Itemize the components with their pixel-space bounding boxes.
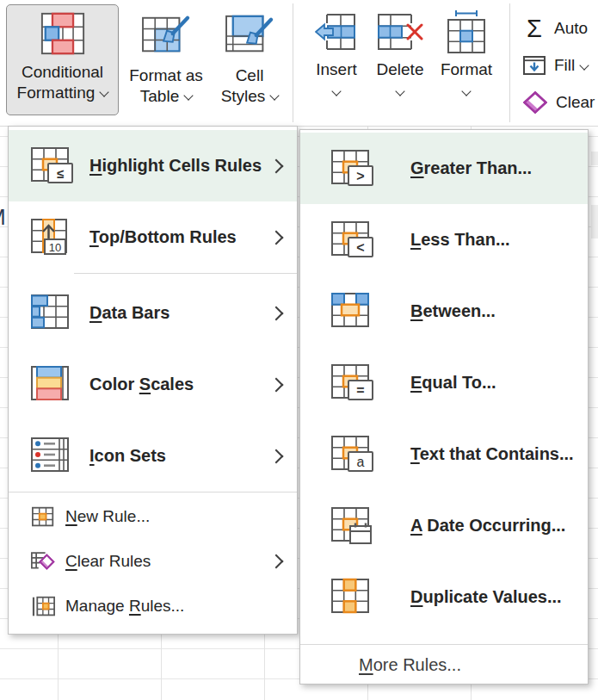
cell-styles-button[interactable]: Cell Styles (212, 5, 287, 115)
menu-item-label: Manage Rules... (65, 597, 184, 616)
menu-item-label: Highlight Cells Rules (89, 156, 262, 176)
menu-item-manage-rules[interactable]: Manage Rules... (9, 584, 297, 629)
fill-down-icon (523, 55, 546, 76)
color-scales-icon (31, 365, 79, 405)
submenu-arrow-icon (269, 306, 284, 320)
greater-than-icon: > (331, 149, 379, 189)
worksheet-shaded-cell (591, 205, 598, 238)
submenu-arrow-icon (269, 377, 284, 392)
sigma-icon: Σ (523, 15, 546, 41)
submenu-item-label: Equal To... (410, 373, 496, 393)
icon-sets-icon (31, 437, 79, 476)
delete-cells-button[interactable]: Delete (370, 6, 430, 120)
insert-cells-button[interactable]: Insert (306, 6, 367, 120)
submenu-arrow-icon (269, 158, 284, 173)
submenu-item-equal-to[interactable]: = Equal To... (300, 347, 588, 418)
highlight-cells-rules-submenu: > Greater Than... < Less Than... (299, 129, 589, 685)
svg-text:>: > (356, 169, 364, 183)
menu-item-label: Data Bars (89, 303, 170, 323)
insert-cells-icon (315, 6, 358, 59)
delete-cells-icon (377, 6, 423, 59)
menu-item-label: Color Scales (89, 375, 194, 394)
clear-button[interactable]: Clear (523, 88, 598, 117)
chevron-down-icon (331, 86, 341, 96)
data-bars-icon (31, 294, 79, 333)
format-as-table-button[interactable]: Format as Table (123, 5, 209, 115)
highlight-cells-rules-icon: ≤ (31, 146, 79, 186)
submenu-item-label: A Date Occurring... (410, 516, 565, 536)
submenu-item-more-rules[interactable]: More Rules... (300, 645, 588, 685)
fill-label: Fill (554, 55, 575, 76)
text-that-contains-icon: a (331, 435, 379, 474)
menu-item-highlight-cells-rules[interactable]: ≤ Highlight Cells Rules (9, 130, 297, 201)
between-icon (331, 292, 379, 331)
conditional-formatting-button[interactable]: Conditional Formatting (6, 4, 119, 115)
menu-separator (9, 492, 297, 492)
menu-item-new-rule[interactable]: New Rule... (9, 494, 297, 539)
menu-item-label: New Rule... (65, 507, 150, 526)
menu-item-data-bars[interactable]: Data Bars (9, 277, 297, 349)
ribbon: Conditional Formatting Format as Table (0, 0, 598, 127)
top-bottom-rules-icon: 10 (31, 218, 79, 257)
submenu-item-label: More Rules... (359, 655, 461, 675)
format-as-table-icon (141, 5, 191, 65)
cell-styles-label: Cell Styles (221, 65, 279, 107)
new-rule-icon (31, 506, 55, 528)
delete-label: Delete (377, 59, 424, 80)
menu-item-top-bottom-rules[interactable]: 10 Top/Bottom Rules (9, 201, 297, 273)
submenu-arrow-icon (269, 554, 284, 569)
conditional-formatting-label: Conditional Formatting (17, 62, 108, 103)
submenu-item-label: Greater Than... (410, 158, 532, 178)
conditional-formatting-icon (35, 5, 90, 62)
ribbon-group-divider (509, 3, 510, 122)
format-cells-button[interactable]: Format (434, 6, 499, 120)
less-than-icon: < (331, 220, 379, 260)
chevron-down-icon (461, 86, 471, 96)
a-date-occurring-icon (331, 506, 379, 546)
menu-item-label: Clear Rules (65, 552, 151, 571)
svg-text:≤: ≤ (57, 166, 64, 181)
chevron-down-icon (580, 60, 589, 70)
menu-separator (74, 273, 297, 274)
menu-item-label: Top/Bottom Rules (89, 227, 237, 247)
submenu-item-duplicate-values[interactable]: Duplicate Values... (300, 561, 588, 633)
chevron-down-icon (270, 90, 280, 100)
clear-rules-icon (31, 551, 55, 573)
format-label: Format (441, 59, 492, 80)
conditional-formatting-menu: ≤ Highlight Cells Rules 10 Top/Bottom Ru… (8, 126, 298, 635)
submenu-arrow-icon (269, 230, 284, 245)
fill-button[interactable]: Fill (523, 51, 598, 80)
submenu-item-label: Duplicate Values... (410, 587, 562, 607)
menu-item-color-scales[interactable]: Color Scales (9, 349, 297, 420)
format-as-table-label: Format as Table (129, 65, 203, 107)
submenu-item-text-that-contains[interactable]: a Text that Contains... (300, 418, 588, 490)
svg-text:<: < (356, 240, 364, 255)
worksheet-shaded-cell (591, 152, 598, 165)
submenu-item-between[interactable]: Between... (300, 276, 588, 347)
menu-item-clear-rules[interactable]: Clear Rules (9, 539, 297, 584)
excel-conditional-formatting-ui: { "ribbon": { "conditional_formatting": … (0, 0, 598, 700)
chevron-down-icon (395, 86, 404, 96)
submenu-item-label: Less Than... (410, 230, 510, 250)
submenu-item-label: Between... (410, 301, 496, 321)
manage-rules-icon (31, 596, 55, 617)
eraser-icon (523, 91, 547, 114)
svg-text:10: 10 (49, 240, 61, 253)
autosum-label: Auto (554, 18, 588, 39)
ribbon-group-divider (293, 3, 293, 122)
svg-text:=: = (356, 382, 364, 397)
autosum-button[interactable]: Σ Auto (523, 14, 598, 43)
worksheet-cell-text-fragment: M (0, 205, 8, 229)
submenu-item-greater-than[interactable]: > Greater Than... (300, 133, 588, 204)
chevron-down-icon (100, 87, 109, 96)
menu-item-icon-sets[interactable]: Icon Sets (9, 420, 297, 492)
submenu-arrow-icon (269, 449, 284, 463)
cell-styles-icon (225, 5, 274, 65)
format-cells-icon (445, 6, 488, 59)
equal-to-icon: = (331, 363, 379, 403)
menu-item-label: Icon Sets (89, 446, 166, 466)
submenu-item-less-than[interactable]: < Less Than... (300, 204, 588, 276)
submenu-item-a-date-occurring[interactable]: A Date Occurring... (300, 490, 588, 561)
svg-text:a: a (357, 455, 365, 469)
submenu-item-label: Text that Contains... (410, 444, 574, 464)
